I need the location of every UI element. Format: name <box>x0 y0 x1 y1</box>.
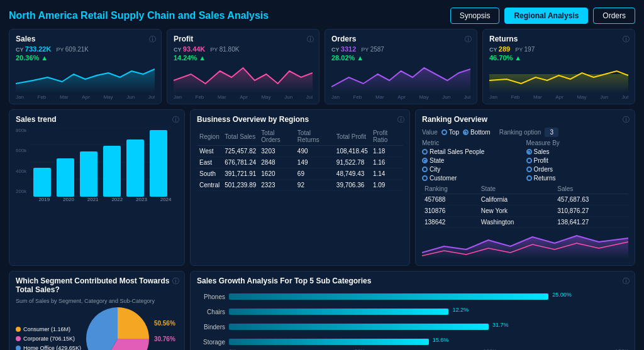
growth-chart: Phones 25.00% ↑ Chairs 12.2% ↑ <box>197 289 628 347</box>
top-radio[interactable]: Top <box>441 129 459 136</box>
arrow-binders: ↑ <box>484 322 487 329</box>
pct-phones: 25.00% <box>552 292 572 298</box>
pct-binders: 31.7% <box>492 322 509 328</box>
svg-rect-9 <box>103 146 121 197</box>
kpi-row: ⓘ Sales CY 733.22K PY 609.21K 20.36% ▲ J… <box>9 29 635 104</box>
metric-label: Metric <box>422 139 525 146</box>
col-total-profit: Total Profit <box>334 128 370 146</box>
kpi-profit-values: CY 93.44K PY 81.80K <box>174 45 313 53</box>
bottom-radio[interactable]: Bottom <box>463 129 491 136</box>
measure-returns-dot <box>526 175 532 181</box>
growth-row-phones: Phones 25.00% ↑ <box>197 292 628 302</box>
info-icon-growth[interactable]: ⓘ <box>623 276 630 286</box>
metric-customer[interactable]: Customer <box>422 175 525 182</box>
ranking-value-label: Value <box>422 129 438 136</box>
info-icon-returns[interactable]: ⓘ <box>623 35 630 44</box>
kpi-returns-cy: CY 289 <box>489 45 510 53</box>
metric-retail[interactable]: Retail Sales People <box>422 148 525 155</box>
info-icon-segment[interactable]: ⓘ <box>172 276 179 286</box>
regional-analysis-button[interactable]: Regional Analysis <box>504 8 588 24</box>
kpi-orders-title: Orders <box>331 35 470 43</box>
kpi-orders-cy: CY 3312 <box>331 45 356 53</box>
measure-returns[interactable]: Returns <box>526 175 629 182</box>
kpi-returns-change: 46.70% ▲ <box>489 54 628 62</box>
col-ranking: Ranking <box>422 184 479 194</box>
metric-state[interactable]: State <box>422 157 525 164</box>
y-axis-labels: 800k 600k 400k 200k <box>16 128 26 197</box>
label-binders: Binders <box>197 324 225 331</box>
legend-home-office: Home Office (429.65K) <box>16 345 81 350</box>
label-chairs: Chairs <box>197 309 225 315</box>
biz-table-header: Region Total Sales Total Orders Total Re… <box>197 128 403 146</box>
kpi-sales-py: PY 609.21K <box>56 46 89 53</box>
bar-chairs-fill <box>229 309 448 315</box>
kpi-orders-py: PY 2587 <box>361 46 384 53</box>
arrow-storage: ↑ <box>425 337 428 344</box>
info-icon-sales[interactable]: ⓘ <box>149 35 156 44</box>
middle-row: ⓘ Sales trend 800k 600k 400k 200k <box>9 109 635 266</box>
growth-row-binders: Binders 31.7% ↑ <box>197 322 628 332</box>
ranking-mini-chart <box>422 231 628 259</box>
synopsis-button[interactable]: Synopsis <box>450 8 500 24</box>
col-profit-ratio: Profit Ratio <box>370 128 403 146</box>
info-icon-orders[interactable]: ⓘ <box>465 35 472 44</box>
bar-storage: 15.6% ↑ <box>229 337 628 347</box>
svg-rect-11 <box>150 130 167 197</box>
col-total-returns: Total Returns <box>295 128 334 146</box>
legend-dot-consumer <box>16 327 21 332</box>
sales-trend-card: ⓘ Sales trend 800k 600k 400k 200k <box>9 109 185 266</box>
kpi-returns-title: Returns <box>489 35 628 43</box>
pct-storage: 15.6% <box>433 337 449 343</box>
label-storage: Storage <box>197 339 225 346</box>
legend-consumer: Consumer (1.16M) <box>16 326 81 332</box>
biz-overview-card: ⓘ Business Overview by Regions Region To… <box>190 109 410 266</box>
kpi-returns-values: CY 289 PY 197 <box>489 45 628 53</box>
svg-rect-10 <box>126 139 144 197</box>
kpi-orders: ⓘ Orders CY 3312 PY 2587 28.02% ▲ JanFeb… <box>325 29 477 104</box>
info-icon-ranking[interactable]: ⓘ <box>623 115 630 124</box>
metric-section: Metric Retail Sales People State City <box>422 139 525 182</box>
pct-chairs: 12.2% <box>453 307 469 313</box>
sales-trend-title: Sales trend <box>16 115 178 124</box>
sales-trend-chart: 800k 600k 400k 200k <box>16 128 178 197</box>
ranking-option-label: Ranking option <box>499 129 541 136</box>
growth-title: Sales Growth Analysis For Top 5 Sub Cate… <box>197 276 628 285</box>
svg-rect-7 <box>57 158 74 197</box>
table-row: East676,781.24284814991,522.781.16 <box>197 157 403 168</box>
profit-sparkline-labels: JanFebMarAprMayJunJul <box>174 94 313 100</box>
header: North America Retail Supply Chain and Sa… <box>9 8 635 24</box>
bottom-row: ⓘ Which Segment Contributed Most Towards… <box>9 271 635 350</box>
kpi-sales-values: CY 733.22K PY 609.21K <box>16 45 155 53</box>
pie-values: 50.56% 30.76% 18.70% <box>154 320 175 351</box>
table-row: West725,457.823203490108,418.451.18 <box>197 146 403 157</box>
kpi-profit-py: PY 81.80K <box>210 46 239 53</box>
kpi-sales-change: 20.36% ▲ <box>16 54 155 62</box>
info-icon-profit[interactable]: ⓘ <box>307 35 314 44</box>
svg-rect-0 <box>489 74 628 93</box>
measure-orders[interactable]: Orders <box>526 166 629 173</box>
ranking-table: Ranking State Sales 457688California457,… <box>422 184 628 228</box>
ranking-table-header: Ranking State Sales <box>422 184 628 194</box>
ranking-option-value[interactable]: 3 <box>545 128 558 137</box>
orders-sparkline <box>331 62 470 93</box>
measure-sales-dot <box>526 149 532 155</box>
info-icon-biz[interactable]: ⓘ <box>397 115 404 124</box>
measure-section: Measure By Sales Profit Orders <box>526 139 629 182</box>
kpi-orders-values: CY 3312 PY 2587 <box>331 45 470 53</box>
ranking-row: 138642Washington138,641.27 <box>422 217 628 228</box>
col-region: Region <box>197 128 222 146</box>
bottom-radio-dot <box>463 129 469 135</box>
metric-city-dot <box>422 167 428 172</box>
orders-button[interactable]: Orders <box>593 8 635 24</box>
pie-legend: Consumer (1.16M) Corporate (706.15K) Hom… <box>16 326 81 350</box>
metric-city[interactable]: City <box>422 166 525 173</box>
arrow-phones: ↑ <box>545 292 548 298</box>
kpi-profit-cy: CY 93.44K <box>174 45 205 53</box>
info-icon-trend[interactable]: ⓘ <box>172 115 179 124</box>
measure-sales[interactable]: Sales <box>526 148 629 155</box>
col-state: State <box>479 184 555 194</box>
pct-right-consumer: 30.76% <box>154 336 175 342</box>
kpi-returns: ⓘ Returns CY 289 PY 197 46.70% ▲ JanFebM… <box>482 29 635 104</box>
kpi-sales: ⓘ Sales CY 733.22K PY 609.21K 20.36% ▲ J… <box>9 29 162 104</box>
measure-profit[interactable]: Profit <box>526 157 629 164</box>
